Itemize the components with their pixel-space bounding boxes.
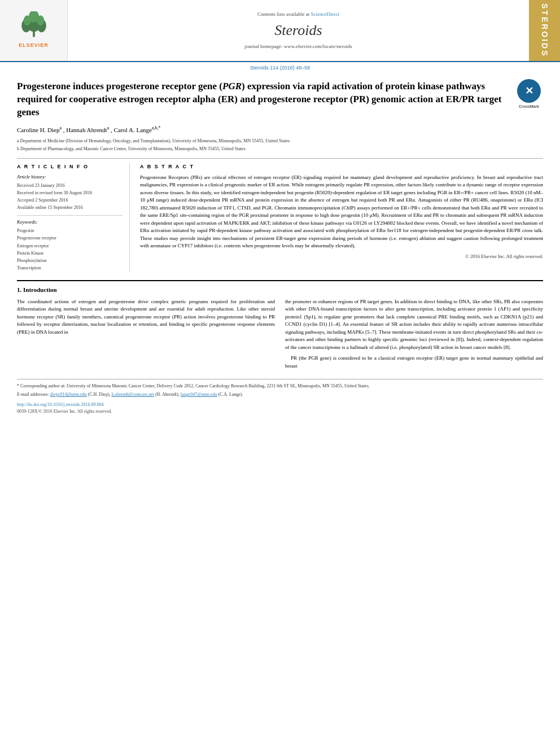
keyword-1: Progestin	[17, 228, 123, 234]
email3-link[interactable]: lange047@umn.edu	[181, 392, 217, 397]
article-title-block: Progesterone induces progesterone recept…	[17, 80, 543, 119]
article-title-text: Progesterone induces progesterone recept…	[17, 81, 502, 117]
email2-name: (H. Ahrendt),	[155, 392, 180, 397]
top-banner: ELSEVIER Contents lists available at Sci…	[0, 0, 560, 62]
affil-b: b Department of Pharmacology, and Masoni…	[17, 146, 543, 152]
email2-link[interactable]: h.ahrendt@comcast.net	[112, 392, 154, 397]
journal-title: Steroids	[274, 20, 322, 41]
article-info-heading: A R T I C L E I N F O	[17, 163, 123, 171]
elsevier-tree-icon	[14, 11, 54, 40]
authors-line: Caroline H. Diepa , Hannah Ahrendta , Ca…	[17, 125, 543, 134]
revised-date: Received in revised form 30 August 2016	[17, 190, 123, 196]
introduction-section: 1. Introduction The coordinated actions …	[17, 280, 543, 373]
received-date: Received 23 January 2016	[17, 182, 123, 189]
crossmark-icon: ✕	[517, 79, 541, 103]
intro-columns: The coordinated actions of estrogen and …	[17, 298, 543, 374]
intro-right-p2: PR (the PGR gene) is considered to be a …	[285, 355, 543, 370]
intro-title: Introduction	[23, 286, 57, 293]
keywords-block: Keywords: Progestin Progesterone recepto…	[17, 215, 123, 271]
author2-name: Hannah Ahrendt	[66, 126, 107, 133]
crossmark-badge[interactable]: ✕ CrossMark	[515, 80, 543, 108]
abstract-text: Progesterone Receptors (PRs) are critica…	[140, 174, 543, 250]
article-history-block: Article history: Received 23 January 201…	[17, 174, 123, 211]
article-main: Progesterone induces progesterone recept…	[0, 72, 560, 421]
keyword-6: Transcription	[17, 265, 123, 271]
steroids-side-text: STEROIDS	[539, 3, 550, 58]
doi-line[interactable]: http://dx.doi.org/10.1016/j.steroids.201…	[17, 401, 543, 408]
steroids-side-logo: STEROIDS	[529, 0, 560, 61]
contents-text: Contents lists available at	[257, 11, 309, 17]
homepage-text: journal homepage: www.elsevier.com/locat…	[244, 43, 352, 49]
keyword-5: Phosphorylation	[17, 257, 123, 264]
author3-name: Carol A. Lange	[113, 126, 152, 133]
abstract-col: A B S T R A C T Progesterone Receptors (…	[140, 163, 543, 272]
journal-vol-label: Steroids 114 (2016) 48–58	[250, 65, 310, 71]
elsevier-brand: ELSEVIER	[19, 42, 49, 49]
intro-left-col: The coordinated actions of estrogen and …	[17, 298, 275, 374]
abstract-heading: A B S T R A C T	[140, 163, 543, 171]
info-abstract-cols: A R T I C L E I N F O Article history: R…	[17, 158, 543, 272]
issn-line: 0039-128X/© 2016 Elsevier Inc. All right…	[17, 408, 543, 415]
keywords-label: Keywords:	[17, 219, 123, 226]
crossmark-symbol: ✕	[525, 84, 533, 98]
keyword-2: Progesterone receptor	[17, 235, 123, 241]
intro-right-col: the promoter or enhancer regions of PR t…	[285, 298, 543, 374]
history-label: Article history:	[17, 174, 123, 181]
article-info-col: A R T I C L E I N F O Article history: R…	[17, 163, 130, 272]
intro-heading: 1. Introduction	[17, 286, 543, 294]
email-label: E-mail addresses:	[17, 392, 49, 397]
accepted-date: Accepted 2 September 2016	[17, 197, 123, 203]
journal-homepage: journal homepage: www.elsevier.com/locat…	[244, 43, 352, 50]
author1-sup: a	[59, 125, 62, 130]
affiliations-block: a Department of Medicine (Division of He…	[17, 138, 543, 152]
intro-right-p2-text: PR (the PGR gene) is considered to be a …	[285, 355, 543, 369]
intro-right-p1: the promoter or enhancer regions of PR t…	[285, 298, 543, 352]
footnote-emails: E-mail addresses: diepx014@umn.edu (C.H.…	[17, 391, 543, 398]
author3-sup: a,b,*	[152, 125, 161, 130]
email1-name: (C.H. Diep),	[88, 392, 111, 397]
intro-left-p1-text: The coordinated actions of estrogen and …	[17, 299, 275, 335]
intro-num: 1.	[17, 286, 21, 293]
author1-name: Caroline H. Diep	[17, 126, 59, 133]
keyword-4: Protein Kinase	[17, 250, 123, 256]
affil-a: a Department of Medicine (Division of He…	[17, 138, 543, 145]
elsevier-logo: ELSEVIER	[0, 0, 68, 61]
intro-left-p1: The coordinated actions of estrogen and …	[17, 298, 275, 337]
author2-sup: a	[107, 125, 110, 130]
available-date: Available online 15 September 2016	[17, 204, 123, 211]
keyword-3: Estrogen receptor	[17, 243, 123, 249]
email1-link[interactable]: diepx014@umn.edu	[50, 392, 87, 397]
sciencedirect-link[interactable]: ScienceDirect	[311, 11, 339, 17]
copyright-line: © 2016 Elsevier Inc. All rights reserved…	[140, 254, 543, 260]
contents-line: Contents lists available at ScienceDirec…	[257, 11, 339, 18]
crossmark-label: CrossMark	[517, 104, 541, 109]
intro-right-p1-text: the promoter or enhancer regions of PR t…	[285, 299, 543, 350]
journal-center: Contents lists available at ScienceDirec…	[68, 0, 529, 61]
email3-name: (C.A. Lange).	[218, 392, 243, 397]
journal-top-label: Steroids 114 (2016) 48–58	[0, 62, 560, 73]
footnotes-block: * Corresponding author at: University of…	[17, 379, 543, 415]
page: ELSEVIER Contents lists available at Sci…	[0, 0, 560, 747]
doi-text: http://dx.doi.org/10.1016/j.steroids.201…	[17, 402, 103, 407]
footnote-corresponding: * Corresponding author at: University of…	[17, 383, 543, 390]
